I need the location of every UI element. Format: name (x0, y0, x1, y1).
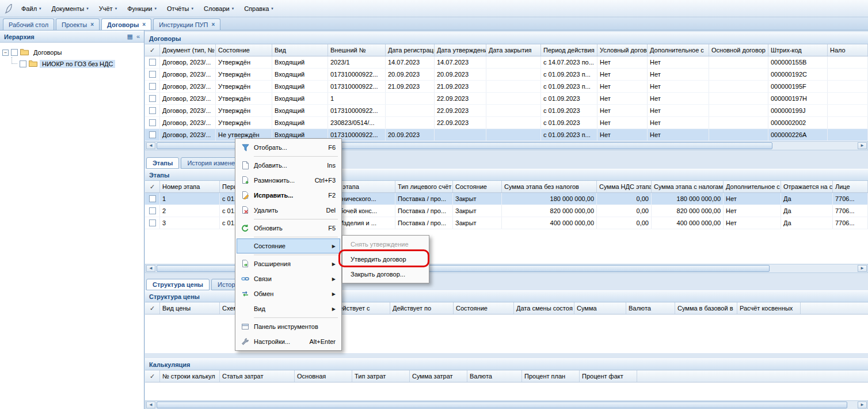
calc-h-scrollbar[interactable]: ◄ ► (145, 400, 868, 409)
column-header-additional-agreement[interactable]: Дополнительное с (648, 44, 709, 56)
menubar-item-functions[interactable]: Функции▾ (122, 3, 162, 14)
close-tab-icon[interactable]: × (90, 22, 94, 28)
menu-item-settings[interactable]: Настройки...Alt+Enter (237, 334, 340, 349)
column-header-check[interactable]: ✓ (145, 302, 160, 314)
menu-item-duplicate[interactable]: Размножить...Ctrl+F3 (237, 173, 340, 188)
menubar-item-file[interactable]: Файл▾ (16, 3, 47, 14)
menu-item-view[interactable]: Вид▶ (237, 301, 340, 316)
menu-item-delete[interactable]: УдалитьDel (237, 203, 340, 218)
close-tab-icon[interactable]: × (142, 22, 146, 28)
menubar-item-documents[interactable]: Документы▾ (47, 3, 94, 14)
menubar-item-reports[interactable]: Отчёты▾ (162, 3, 199, 14)
column-header-conditional-contract[interactable]: Условный договор (597, 44, 648, 56)
column-header-cost-item[interactable]: Статья затрат (220, 370, 295, 382)
column-header-price-kind[interactable]: Вид цены (160, 302, 220, 314)
column-header-state[interactable]: Состояние (453, 181, 502, 192)
column-header-state[interactable]: Состояние (216, 44, 272, 56)
table-row[interactable]: Договор, 2023/...УтверждёнВходящий017310… (145, 81, 868, 93)
row-checkbox[interactable] (149, 195, 156, 202)
column-header-sum-base-currency[interactable]: Сумма в базовой в (675, 302, 737, 314)
table-row[interactable]: Договор, 2023/...УтверждёнВходящий017310… (145, 105, 868, 117)
column-header-indirect-calc[interactable]: Расчёт косвенных (737, 302, 801, 314)
column-header-main-contract[interactable]: Основной договор (709, 44, 768, 56)
menubar-item-help[interactable]: Справка▾ (239, 3, 279, 14)
row-checkbox[interactable] (149, 107, 156, 114)
scroll-right-icon[interactable]: ► (858, 265, 867, 272)
close-tab-icon[interactable]: × (211, 22, 215, 28)
submenu-item-approve-contract[interactable]: Утвердить договор (344, 252, 428, 267)
scroll-left-icon[interactable]: ◄ (146, 402, 155, 408)
column-header-kind[interactable]: Вид (272, 44, 328, 56)
collapse-panel-icon[interactable]: « (136, 33, 140, 40)
column-header-account[interactable]: Лице (833, 181, 868, 192)
column-header-approval-date[interactable]: Дата утверждения (435, 44, 486, 56)
column-header-currency[interactable]: Валюта (467, 370, 522, 382)
row-checkbox[interactable] (149, 131, 156, 138)
tab-contracts[interactable]: Договоры× (101, 18, 151, 30)
column-header-external-number[interactable]: Внешний № (328, 44, 386, 56)
column-header-calc-line-number[interactable]: № строки калькул (160, 370, 220, 382)
column-header-registration-date[interactable]: Дата регистрации (386, 44, 435, 56)
menu-item-refresh[interactable]: ОбновитьF5 (237, 221, 340, 236)
tab-projects[interactable]: Проекты× (56, 18, 100, 30)
tab-price-structure[interactable]: Структура цены (146, 279, 210, 290)
table-row[interactable]: Договор, 2023/...УтверждёнВходящий230823… (145, 117, 868, 129)
tree-item-niokr[interactable]: НИОКР по ГОЗ без НДС (12, 58, 142, 70)
column-header-additional-agreement[interactable]: Дополнительное с (724, 181, 781, 192)
scrollbar-thumb[interactable] (157, 402, 847, 408)
row-checkbox[interactable] (149, 83, 156, 90)
menu-item-filter[interactable]: Отобрать...F6 (237, 140, 340, 155)
column-header-sum-without-taxes[interactable]: Сумма этапа без налогов (502, 181, 597, 192)
scroll-right-icon[interactable]: ► (858, 142, 867, 149)
column-header-barcode[interactable]: Штрих-код (768, 44, 828, 56)
tree-checkbox[interactable] (11, 49, 18, 56)
column-header-check[interactable]: ✓ (145, 181, 160, 192)
scroll-left-icon[interactable]: ◄ (146, 142, 155, 149)
column-header-main[interactable]: Основная (295, 370, 352, 382)
tab-pup-instructions[interactable]: Инструкции ПУП× (153, 18, 220, 30)
scroll-left-icon[interactable]: ◄ (146, 265, 155, 272)
column-header-sum-with-taxes[interactable]: Сумма этапа с налогами (652, 181, 724, 192)
row-checkbox[interactable] (149, 119, 156, 126)
submenu-item-close-contract[interactable]: Закрыть договор... (344, 267, 428, 282)
column-header-sum[interactable]: Сумма (574, 302, 626, 314)
table-row[interactable]: Договор, 2023/...УтверждёнВходящий122.09… (145, 93, 868, 105)
menubar-item-accounting[interactable]: Учёт▾ (94, 3, 122, 14)
column-header-document[interactable]: Документ (тип, № (160, 44, 216, 56)
column-header-check[interactable]: ✓ (145, 370, 160, 382)
menu-item-extensions[interactable]: Расширения▶ (237, 256, 340, 271)
tab-stages[interactable]: Этапы (146, 157, 179, 169)
tab-desktop[interactable]: Рабочий стол (3, 18, 54, 30)
menu-item-exchange[interactable]: Обмен▶ (237, 286, 340, 301)
column-header-cost-type[interactable]: Тип затрат (352, 370, 410, 382)
table-row[interactable]: Договор, 2023/...УтверждёнВходящий2023/1… (145, 56, 868, 69)
menu-item-toolbar-panel[interactable]: Панель инструментов (237, 319, 340, 334)
menu-item-edit[interactable]: Исправить...F2 (237, 188, 340, 203)
menubar-item-dictionaries[interactable]: Словари▾ (199, 3, 239, 14)
column-header-account-type[interactable]: Тип лицевого счёт (395, 181, 453, 192)
column-header-check[interactable]: ✓ (145, 44, 160, 56)
tree-checkbox[interactable] (20, 60, 26, 67)
column-header-percent-plan[interactable]: Процент план (522, 370, 580, 382)
column-header-percent-fact[interactable]: Процент факт (580, 370, 637, 382)
menu-item-links[interactable]: Связи▶ (237, 271, 340, 286)
column-header-validity-period[interactable]: Период действия (541, 44, 597, 56)
column-header-state[interactable]: Состояние (454, 302, 514, 314)
column-header-vat-sum[interactable]: Сумма НДС этапа (597, 181, 652, 192)
column-header-closing-date[interactable]: Дата закрытия (486, 44, 541, 56)
column-header-stage-number[interactable]: Номер этапа (160, 181, 220, 192)
panel-view-icon[interactable]: ▦ (127, 33, 132, 40)
menu-item-state[interactable]: Состояние▶ (237, 238, 340, 253)
row-checkbox[interactable] (149, 207, 156, 214)
column-header-reflected-on-account[interactable]: Отражается на су (781, 181, 833, 192)
row-checkbox[interactable] (149, 219, 156, 226)
row-checkbox[interactable] (149, 59, 156, 66)
column-header-taxes[interactable]: Нало (828, 44, 868, 56)
table-row[interactable]: Договор, 2023/...УтверждёнВходящий017310… (145, 69, 868, 81)
row-checkbox[interactable] (149, 71, 156, 78)
column-header-currency[interactable]: Валюта (626, 302, 675, 314)
column-header-valid-to[interactable]: Действует по (390, 302, 454, 314)
row-checkbox[interactable] (149, 95, 156, 102)
column-header-cost-sum[interactable]: Сумма затрат (410, 370, 467, 382)
column-header-state-change-date[interactable]: Дата смены состоя (514, 302, 574, 314)
